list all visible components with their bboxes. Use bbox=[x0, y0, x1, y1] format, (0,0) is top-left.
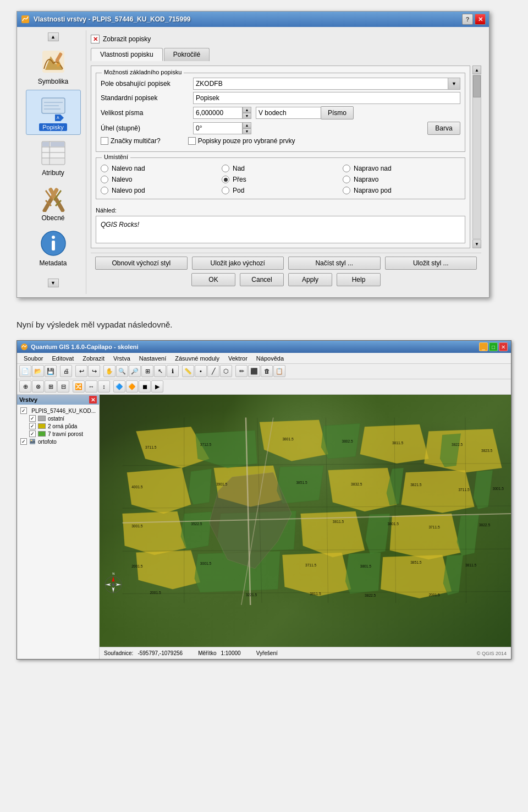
sidebar-item-popisky[interactable]: A Popisky bbox=[26, 90, 81, 135]
tab-scroll-down[interactable]: ▼ bbox=[472, 239, 481, 248]
tb2-9[interactable]: 🔶 bbox=[126, 380, 138, 393]
tb-undo[interactable]: ↩ bbox=[75, 365, 87, 377]
tb2-11[interactable]: ▶ bbox=[151, 380, 163, 393]
layers-close-button[interactable]: ✕ bbox=[89, 396, 97, 404]
tb-node[interactable]: ⬛ bbox=[248, 365, 260, 377]
field-select-input[interactable] bbox=[193, 78, 448, 90]
tab-vlastnosti[interactable]: Vlastnosti popisku bbox=[91, 48, 163, 61]
scroll-thumb[interactable] bbox=[473, 75, 481, 97]
radio-napravo-pod[interactable] bbox=[343, 187, 350, 194]
qgis-maximize-button[interactable]: □ bbox=[489, 342, 498, 351]
sidebar-item-obecne[interactable]: Obecné bbox=[26, 181, 81, 225]
layer-group-check[interactable]: ✓ bbox=[20, 407, 27, 414]
tab-scroll-up[interactable]: ▲ bbox=[472, 66, 481, 74]
angle-down[interactable]: ▼ bbox=[243, 128, 251, 134]
angle-input[interactable] bbox=[193, 122, 243, 134]
layer-orna-puda[interactable]: ✓ 2 orná půda bbox=[19, 422, 97, 430]
tb2-10[interactable]: ◼ bbox=[139, 380, 151, 393]
load-style-button[interactable]: Načíst styl ... bbox=[288, 257, 381, 270]
menu-napoveda[interactable]: Nápověda bbox=[252, 355, 288, 362]
qgis-minimize-button[interactable]: _ bbox=[479, 342, 488, 351]
font-size-down[interactable]: ▼ bbox=[243, 113, 251, 119]
tab-pokrocile[interactable]: Pokročilé bbox=[164, 48, 210, 61]
restore-default-button[interactable]: Obnovit výchozí styl bbox=[95, 257, 188, 270]
tb2-4[interactable]: ⊟ bbox=[57, 380, 69, 393]
tb-redo[interactable]: ↪ bbox=[88, 365, 100, 377]
save-default-button[interactable]: Uložit jako výchozí bbox=[192, 257, 284, 270]
tb-zoom-out[interactable]: 🔎 bbox=[129, 365, 141, 377]
sidebar-scroll-down[interactable]: ▼ bbox=[48, 279, 59, 287]
tb-zoom-in[interactable]: 🔍 bbox=[116, 365, 128, 377]
layer-ostatni[interactable]: ✓ ostatní bbox=[19, 415, 97, 422]
layer-ortofoto-check[interactable]: ✓ bbox=[20, 438, 27, 445]
tb-measure[interactable]: 📏 bbox=[182, 365, 194, 377]
layer-group-item[interactable]: ✓ PLPIS_57446_KU_KOD... bbox=[19, 407, 97, 415]
show-labels-checkbox[interactable]: ✕ bbox=[91, 35, 100, 43]
sidebar-item-metadata[interactable]: Metadata bbox=[26, 226, 81, 270]
close-titlebar-button[interactable]: ✕ bbox=[475, 14, 486, 25]
angle-up[interactable]: ▲ bbox=[243, 122, 251, 128]
help-button[interactable]: Help bbox=[337, 273, 381, 286]
radio-nalevo-pod[interactable] bbox=[101, 187, 108, 194]
radio-nad[interactable] bbox=[222, 165, 229, 172]
tb2-5[interactable]: 🔀 bbox=[73, 380, 85, 393]
sidebar-item-symbolika[interactable]: Symbolika bbox=[26, 45, 81, 89]
radio-napravo[interactable] bbox=[343, 176, 350, 183]
radio-napravo-nad[interactable] bbox=[343, 165, 350, 172]
tb2-1[interactable]: ⊕ bbox=[19, 380, 31, 393]
tb-polygon[interactable]: ⬡ bbox=[220, 365, 232, 377]
tb-open[interactable]: 📂 bbox=[32, 365, 44, 377]
menu-zasuvne[interactable]: Zásuvné moduly bbox=[170, 355, 224, 362]
tb2-8[interactable]: 🔷 bbox=[113, 380, 125, 393]
field-select-arrow[interactable]: ▼ bbox=[448, 78, 460, 90]
qgis-close-button[interactable]: ✕ bbox=[499, 342, 508, 351]
selected-only-checkbox[interactable] bbox=[188, 137, 196, 145]
tb-pan[interactable]: ✋ bbox=[103, 365, 116, 377]
menu-vektor[interactable]: Vektror bbox=[224, 355, 252, 362]
qgis-map[interactable]: 3711.5 3712.5 3801.5 3802.5 3811.5 3822.… bbox=[100, 395, 511, 659]
tb2-3[interactable]: ⊞ bbox=[45, 380, 57, 393]
layer-travni-check[interactable]: ✓ bbox=[29, 430, 36, 437]
radio-pod[interactable] bbox=[222, 187, 229, 194]
multichar-checkbox[interactable] bbox=[101, 137, 108, 145]
sidebar-scroll-up[interactable]: ▲ bbox=[48, 32, 59, 41]
tb-print[interactable]: 🖨 bbox=[60, 365, 72, 377]
radio-pres[interactable] bbox=[222, 176, 229, 183]
standard-input[interactable] bbox=[193, 92, 460, 104]
font-button[interactable]: Písmo bbox=[321, 106, 354, 119]
layer-travni-porost[interactable]: ✓ 7 travní porost bbox=[19, 430, 97, 438]
save-style-button[interactable]: Uložit styl ... bbox=[385, 257, 477, 270]
menu-soubor[interactable]: Soubor bbox=[19, 355, 47, 362]
menu-editovat[interactable]: Editovat bbox=[47, 355, 78, 362]
tb-new[interactable]: 📄 bbox=[19, 365, 31, 377]
font-size-input[interactable] bbox=[193, 107, 243, 119]
tb-line[interactable]: ╱ bbox=[207, 365, 219, 377]
tb-point[interactable]: • bbox=[195, 365, 207, 377]
svg-text:2001.5: 2001.5 bbox=[150, 591, 161, 595]
tb-attr[interactable]: 📋 bbox=[273, 365, 285, 377]
radio-nalevo[interactable] bbox=[101, 176, 108, 183]
layer-ostatni-check[interactable]: ✓ bbox=[29, 415, 36, 422]
font-size-up[interactable]: ▲ bbox=[243, 107, 251, 113]
tb-select[interactable]: ↖ bbox=[154, 365, 166, 377]
tb2-7[interactable]: ↕ bbox=[98, 380, 110, 393]
color-button[interactable]: Barva bbox=[427, 122, 460, 135]
menu-zobrazit[interactable]: Zobrazit bbox=[78, 355, 109, 362]
tb2-2[interactable]: ⊗ bbox=[32, 380, 44, 393]
tb-edit[interactable]: ✏ bbox=[235, 365, 248, 377]
radio-nalevo-nad[interactable] bbox=[101, 165, 108, 172]
menu-nastaveni[interactable]: Nastavení bbox=[135, 355, 171, 362]
help-titlebar-button[interactable]: ? bbox=[462, 14, 473, 25]
apply-button[interactable]: Apply bbox=[288, 273, 332, 286]
ok-button[interactable]: OK bbox=[191, 273, 235, 286]
tb-zoom-full[interactable]: ⊞ bbox=[141, 365, 153, 377]
menu-vrstva[interactable]: Vrstva bbox=[109, 355, 135, 362]
tb-identify[interactable]: ℹ bbox=[167, 365, 179, 377]
layer-orna-check[interactable]: ✓ bbox=[29, 423, 36, 429]
sidebar-item-atributy[interactable]: Atributy bbox=[26, 136, 81, 180]
tb-save[interactable]: 💾 bbox=[45, 365, 57, 377]
cancel-button[interactable]: Cancel bbox=[240, 273, 284, 286]
tb-delete[interactable]: 🗑 bbox=[261, 365, 273, 377]
tb2-6[interactable]: ↔ bbox=[85, 380, 97, 393]
layer-ortofoto[interactable]: ✓ ortofoto bbox=[19, 438, 97, 445]
